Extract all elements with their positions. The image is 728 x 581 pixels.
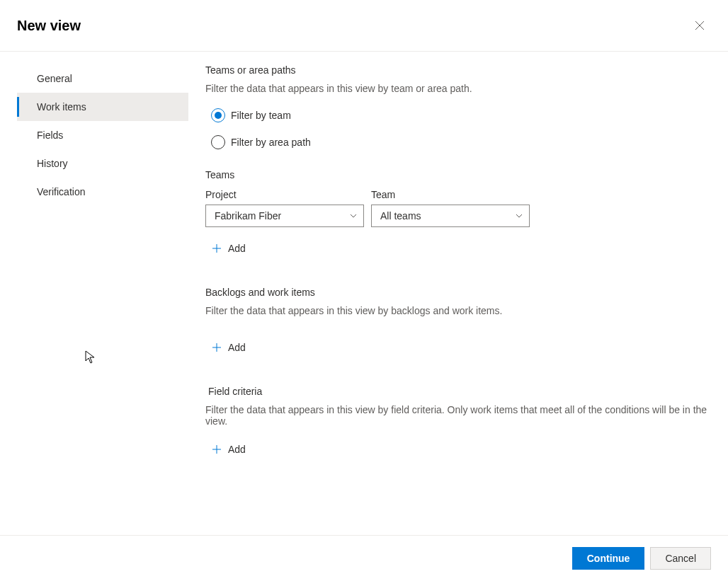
radio-icon [211, 135, 225, 149]
radio-label: Filter by team [231, 110, 291, 121]
nav-item-work-items[interactable]: Work items [17, 93, 188, 121]
cancel-button[interactable]: Cancel [650, 547, 711, 570]
team-select[interactable]: All teams [371, 205, 530, 227]
button-label: Cancel [665, 553, 696, 564]
team-label: Team [371, 189, 530, 200]
close-button[interactable] [688, 14, 711, 37]
section-teams: Teams Project Fabrikam Fiber Team [205, 169, 711, 258]
new-view-dialog: New view General Work items Fields Histo… [0, 0, 728, 581]
add-team-button[interactable]: Add [208, 238, 249, 258]
section-field-criteria: Field criteria Filter the data that appe… [205, 386, 711, 459]
add-button-label: Add [228, 342, 246, 353]
section-description: Filter the data that appears in this vie… [205, 83, 711, 94]
section-heading: Field criteria [205, 386, 711, 397]
plus-icon [211, 343, 222, 352]
nav-item-label: Work items [37, 101, 86, 113]
section-backlogs: Backlogs and work items Filter the data … [205, 287, 711, 357]
sidebar: General Work items Fields History Verifi… [0, 64, 188, 535]
team-selectors-row: Project Fabrikam Fiber Team All teams [205, 189, 711, 227]
nav-list: General Work items Fields History Verifi… [17, 64, 188, 206]
nav-item-verification[interactable]: Verification [17, 178, 188, 206]
team-select-value: All teams [380, 210, 421, 222]
dialog-header: New view [0, 0, 728, 52]
add-button-label: Add [228, 243, 246, 254]
add-button-label: Add [228, 444, 246, 455]
button-label: Continue [587, 553, 630, 564]
plus-icon [211, 243, 222, 253]
close-icon [695, 21, 705, 30]
radio-icon [211, 108, 225, 122]
project-select[interactable]: Fabrikam Fiber [205, 205, 364, 227]
content-panel: Teams or area paths Filter the data that… [188, 64, 728, 535]
radio-filter-by-area-path[interactable]: Filter by area path [211, 135, 711, 149]
add-field-criteria-button[interactable]: Add [208, 439, 249, 459]
nav-item-history[interactable]: History [17, 149, 188, 178]
nav-item-label: Verification [37, 186, 85, 197]
section-description: Filter the data that appears in this vie… [205, 404, 711, 427]
section-heading: Backlogs and work items [205, 287, 711, 298]
filter-radio-group: Filter by team Filter by area path [211, 108, 711, 149]
nav-item-general[interactable]: General [17, 64, 188, 93]
team-select-group: Team All teams [371, 189, 530, 227]
chevron-down-icon [515, 212, 523, 220]
nav-item-label: Fields [37, 130, 63, 141]
radio-label: Filter by area path [231, 137, 311, 148]
section-teams-or-area-paths: Teams or area paths Filter the data that… [205, 64, 711, 149]
project-label: Project [205, 189, 364, 200]
nav-item-label: History [37, 158, 68, 169]
dialog-body: General Work items Fields History Verifi… [0, 52, 728, 535]
dialog-footer: Continue Cancel [0, 535, 728, 581]
teams-heading: Teams [205, 169, 711, 180]
radio-filter-by-team[interactable]: Filter by team [211, 108, 711, 122]
section-description: Filter the data that appears in this vie… [205, 305, 711, 316]
add-backlog-button[interactable]: Add [208, 338, 249, 357]
continue-button[interactable]: Continue [572, 547, 645, 570]
chevron-down-icon [349, 212, 358, 220]
plus-icon [211, 444, 222, 454]
section-heading: Teams or area paths [205, 64, 711, 76]
project-select-group: Project Fabrikam Fiber [205, 189, 364, 227]
nav-item-label: General [37, 73, 72, 84]
dialog-title: New view [17, 18, 81, 34]
project-select-value: Fabrikam Fiber [215, 210, 281, 222]
nav-item-fields[interactable]: Fields [17, 121, 188, 149]
